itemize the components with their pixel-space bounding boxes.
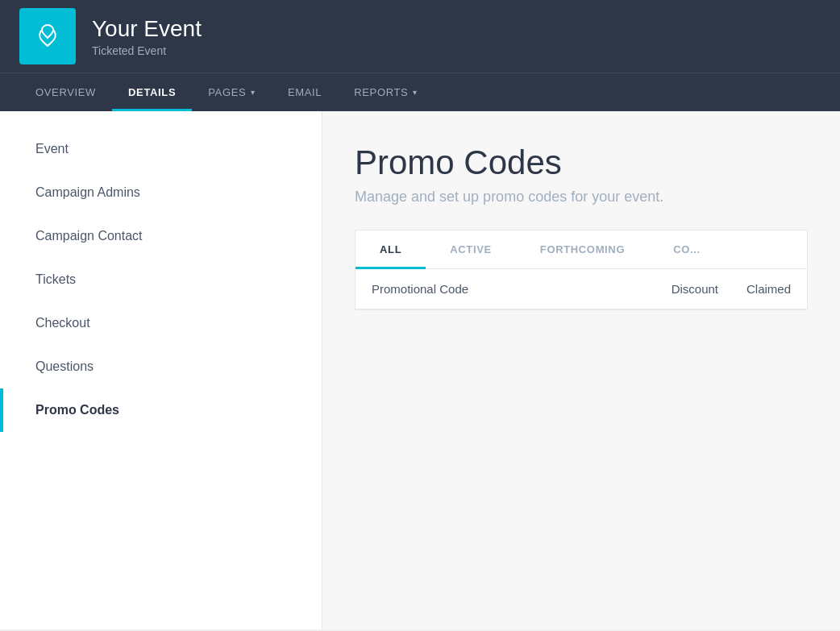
column-header-claimed: Claimed [718, 282, 791, 296]
header-title-group: Your Event Ticketed Event [92, 15, 202, 57]
nav-pages-label: PAGES [208, 86, 246, 98]
nav-email-label: EMAIL [288, 86, 322, 98]
nav-details-label: DETAILS [128, 86, 176, 98]
sidebar-item-questions[interactable]: Questions [0, 345, 322, 388]
nav-overview-label: OVERVIEW [35, 86, 96, 98]
sidebar-item-promo-codes-label: Promo Codes [35, 403, 119, 417]
tab-forthcoming-label: FORTHCOMING [540, 243, 625, 255]
tab-completed-label: CO... [673, 243, 701, 255]
header: Your Event Ticketed Event [0, 0, 840, 73]
tab-forthcoming[interactable]: FORTHCOMING [516, 230, 649, 268]
tab-all-label: ALL [380, 243, 401, 255]
table-header: Promotional Code Discount Claimed [356, 269, 807, 309]
main-content: Event Campaign Admins Campaign Contact T… [0, 111, 840, 629]
tab-all[interactable]: ALL [356, 230, 426, 268]
sidebar-item-campaign-contact[interactable]: Campaign Contact [0, 214, 322, 258]
promo-codes-tabs: ALL ACTIVE FORTHCOMING CO... [356, 230, 807, 269]
sidebar-item-campaign-admins-label: Campaign Admins [35, 185, 140, 199]
sidebar-item-event[interactable]: Event [0, 127, 322, 171]
event-type: Ticketed Event [92, 44, 202, 57]
logo-icon [31, 20, 64, 52]
nav-reports-label: REPORTS [354, 86, 408, 98]
tab-active-label: ACTIVE [450, 243, 492, 255]
column-header-promotional-code: Promotional Code [372, 282, 638, 296]
nav-reports[interactable]: REPORTS ▾ [338, 73, 434, 111]
event-logo [19, 8, 76, 64]
main-nav: OVERVIEW DETAILS PAGES ▾ EMAIL REPORTS ▾ [0, 73, 840, 111]
nav-details[interactable]: DETAILS [112, 73, 192, 111]
tab-completed[interactable]: CO... [649, 230, 725, 268]
page-subtitle: Manage and set up promo codes for your e… [355, 189, 808, 205]
nav-email[interactable]: EMAIL [272, 73, 338, 111]
sidebar-item-event-label: Event [35, 142, 69, 156]
sidebar-item-campaign-admins[interactable]: Campaign Admins [0, 171, 322, 214]
page-content: Promo Codes Manage and set up promo code… [322, 111, 840, 629]
sidebar-item-tickets-label: Tickets [35, 272, 76, 286]
sidebar-item-questions-label: Questions [35, 359, 94, 373]
sidebar-item-promo-codes[interactable]: Promo Codes [0, 388, 322, 432]
sidebar-item-tickets[interactable]: Tickets [0, 258, 322, 301]
sidebar-item-checkout-label: Checkout [35, 316, 90, 330]
sidebar-item-campaign-contact-label: Campaign Contact [35, 229, 143, 243]
column-header-discount: Discount [638, 282, 718, 296]
nav-pages-chevron-icon: ▾ [251, 88, 256, 97]
promo-codes-table-container: ALL ACTIVE FORTHCOMING CO... Promotional… [355, 230, 808, 310]
event-name: Your Event [92, 15, 202, 43]
nav-overview[interactable]: OVERVIEW [19, 73, 112, 111]
tab-active[interactable]: ACTIVE [426, 230, 516, 268]
nav-reports-chevron-icon: ▾ [413, 88, 418, 97]
page-title: Promo Codes [355, 143, 808, 182]
nav-pages[interactable]: PAGES ▾ [192, 73, 272, 111]
sidebar-item-checkout[interactable]: Checkout [0, 301, 322, 345]
sidebar: Event Campaign Admins Campaign Contact T… [0, 111, 322, 629]
